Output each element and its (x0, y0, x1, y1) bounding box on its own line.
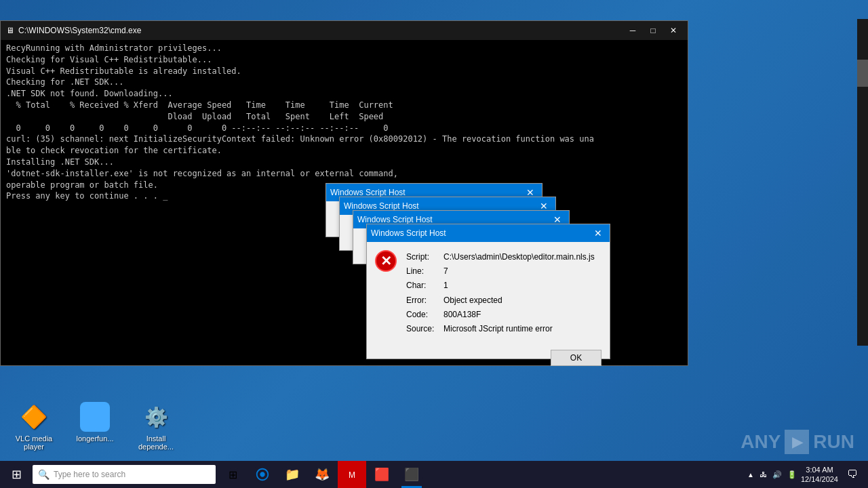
error-char-value: 1 (441, 279, 597, 293)
error-line-row: Line: 7 (403, 264, 597, 279)
tray-volume-icon: 🔊 (772, 470, 782, 479)
sys-tray: ▲ 🖧 🔊 🔋 (747, 470, 797, 479)
wsh-dialog-3-title: Windows Script Host (357, 215, 433, 224)
taskbar-app-explorer[interactable]: 📁 (278, 461, 307, 488)
cmd-title-text: C:\WINDOWS\System32\cmd.exe (18, 26, 141, 35)
notification-button[interactable]: 🗨 (842, 461, 863, 488)
longerfun-icon (80, 402, 110, 432)
error-script-value: C:\Users\admin\Desktop\editor.main.nls.j… (441, 250, 597, 264)
error-code-value: 800A138F (441, 308, 597, 322)
error-code-label: Code: (403, 308, 441, 322)
taskbar: ⊞ 🔍 Type here to search ⊞ 📁 🦊 M 🟥 ⬛ ▲ 🖧 … (0, 461, 868, 488)
error-icon: ✕ (375, 250, 397, 272)
install-deps-icon: ⚙️ (141, 402, 171, 432)
tray-arrow[interactable]: ▲ (747, 471, 754, 479)
desktop-icon-vlc[interactable]: 🔶 VLC media player (10, 402, 58, 451)
cmd-titlebar: 🖥 C:\WINDOWS\System32\cmd.exe ─ □ ✕ (1, 21, 688, 40)
cmd-scrollbar-thumb[interactable] (857, 60, 868, 87)
error-table: Script: C:\Users\admin\Desktop\editor.ma… (403, 250, 597, 336)
error-error-label: Error: (403, 293, 441, 308)
cmd-title: 🖥 C:\WINDOWS\System32\cmd.exe (6, 26, 141, 35)
start-button[interactable]: ⊞ (0, 461, 33, 488)
cmd-window-controls: ─ □ ✕ (624, 24, 682, 37)
taskbar-app-terminal[interactable]: ⬛ (397, 461, 426, 488)
anyrun-watermark: ANY ▶ RUN (741, 430, 854, 454)
taskbar-app-firefox[interactable]: 🦊 (308, 461, 336, 488)
desktop: 🖥 C:\WINDOWS\System32\cmd.exe ─ □ ✕ Recy… (0, 0, 868, 488)
error-error-value: Object expected (441, 293, 597, 308)
wsh-dialog-4: Windows Script Host ✕ ✕ Script: C:\Users… (366, 224, 610, 359)
svg-text:M: M (349, 470, 355, 480)
clock-time: 3:04 AM (806, 465, 833, 474)
cmd-icon: 🖥 (6, 26, 14, 35)
error-char-label: Char: (403, 279, 441, 293)
longerfun-label: longerfun... (76, 434, 113, 443)
error-code-row: Code: 800A138F (403, 308, 597, 322)
wsh-dialog-4-titlebar: Windows Script Host ✕ (367, 224, 610, 242)
desktop-icon-longerfun[interactable]: longerfun... (71, 402, 119, 451)
error-line-value: 7 (441, 264, 597, 279)
wsh-dialog-1-title: Windows Script Host (330, 188, 406, 197)
anyrun-play-icon: ▶ (785, 430, 809, 454)
bottom-desktop-icons: 🔶 VLC media player longerfun... ⚙️ Insta… (0, 395, 190, 458)
taskbar-right: ▲ 🖧 🔊 🔋 3:04 AM 12/14/2024 🗨 (747, 461, 868, 488)
cmd-text: RecyRunning with Administrator privilege… (6, 43, 682, 202)
wsh-dialog-4-title: Windows Script Host (371, 228, 446, 238)
wsh-dialog-4-body: ✕ Script: C:\Users\admin\Desktop\editor.… (367, 242, 610, 344)
cmd-close-button[interactable]: ✕ (665, 24, 682, 37)
taskbar-apps: ⊞ 📁 🦊 M 🟥 ⬛ (218, 461, 426, 488)
search-bar[interactable]: 🔍 Type here to search (33, 465, 216, 484)
taskbar-app-edge[interactable] (248, 461, 277, 488)
clock-date: 12/14/2024 (801, 474, 838, 484)
wsh-dialog-4-close[interactable]: ✕ (591, 226, 606, 240)
error-char-row: Char: 1 (403, 279, 597, 293)
clock[interactable]: 3:04 AM 12/14/2024 (801, 465, 838, 485)
desktop-icon-install-deps[interactable]: ⚙️ Install depende... (132, 402, 180, 451)
vlc-label: VLC media player (10, 434, 58, 451)
install-deps-label: Install depende... (132, 434, 180, 451)
wsh-dialog-2-title: Windows Script Host (344, 201, 419, 211)
taskbar-app-taskview[interactable]: ⊞ (218, 461, 247, 488)
search-placeholder: Type here to search (54, 470, 125, 479)
cmd-scrollbar[interactable] (857, 19, 868, 346)
error-source-value: Microsoft JScript runtime error (441, 322, 597, 336)
search-icon: 🔍 (38, 469, 50, 480)
taskbar-app-app6[interactable]: 🟥 (368, 461, 396, 488)
wsh-dialog-4-footer: OK (367, 344, 610, 371)
tray-battery-icon: 🔋 (787, 470, 797, 479)
error-script-label: Script: (403, 250, 441, 264)
error-source-label: Source: (403, 322, 441, 336)
error-source-row: Source: Microsoft JScript runtime error (403, 322, 597, 336)
taskbar-app-app5[interactable]: M (338, 461, 366, 488)
error-script-row: Script: C:\Users\admin\Desktop\editor.ma… (403, 250, 597, 264)
wsh-ok-button[interactable]: OK (551, 350, 601, 366)
anyrun-text: ANY (741, 431, 781, 453)
anyrun-run-text: RUN (813, 431, 854, 453)
error-line-label: Line: (403, 264, 441, 279)
vlc-icon: 🔶 (19, 402, 49, 432)
error-details: Script: C:\Users\admin\Desktop\editor.ma… (403, 250, 597, 336)
tray-network-icon: 🖧 (760, 470, 767, 479)
cmd-maximize-button[interactable]: □ (644, 24, 662, 37)
cmd-minimize-button[interactable]: ─ (624, 24, 642, 37)
error-error-row: Error: Object expected (403, 293, 597, 308)
